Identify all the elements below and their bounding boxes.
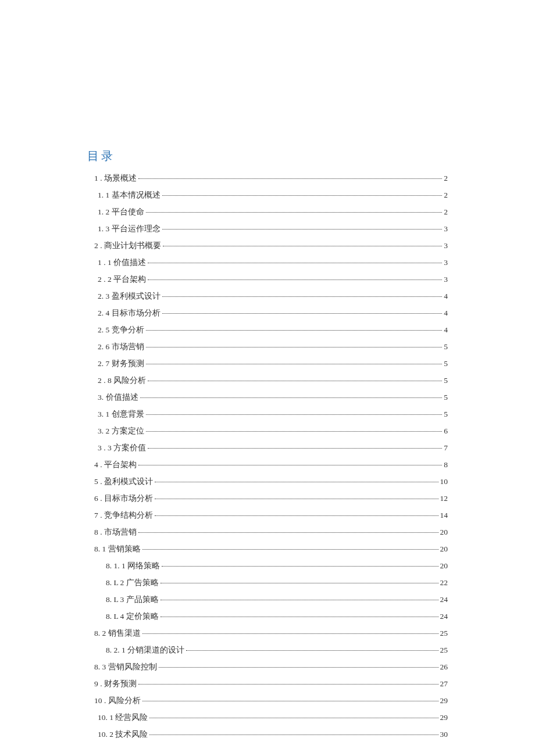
toc-entry-label: 8. 1. 1 网络策略	[106, 561, 160, 571]
toc-entry-label: 2. 3 盈利模式设计	[98, 291, 160, 302]
toc-entry: 9 . 财务预测27	[87, 679, 448, 689]
toc-leader-dots	[155, 499, 438, 499]
toc-leader-dots	[160, 617, 438, 617]
toc-entry: 1 . 1 价值描述3	[87, 257, 448, 268]
toc-leader-dots	[148, 263, 442, 263]
toc-leader-dots	[146, 364, 443, 364]
toc-entry: 8. 3 营销风险控制26	[87, 662, 448, 672]
toc-entry-label: 4 . 平台架构	[94, 460, 137, 470]
toc-entry: 2 . 2 平台架构3	[87, 274, 448, 285]
toc-entry: 10. 2 技术风险30	[87, 729, 448, 740]
toc-entry-label: 3. 价值描述	[98, 392, 138, 403]
toc-leader-dots	[146, 212, 443, 213]
toc-entry-page: 12	[440, 494, 448, 503]
toc-entry-label: 2. 6 市场营销	[98, 342, 144, 352]
toc-leader-dots	[146, 347, 443, 347]
toc-entry: 2. 6 市场营销5	[87, 342, 448, 352]
toc-entry: 8. L 4 定价策略24	[87, 611, 448, 622]
toc-entry-label: 3. 1 创意背景	[98, 409, 144, 420]
toc-entry-page: 3	[444, 275, 448, 284]
toc-entry-page: 2	[444, 207, 448, 217]
toc-leader-dots	[162, 566, 438, 567]
toc-leader-dots	[138, 532, 438, 533]
toc-entry-page: 20	[440, 544, 448, 554]
toc-entry-page: 30	[440, 730, 448, 739]
toc-leader-dots	[146, 330, 443, 331]
toc-entry-label: 6 . 目标市场分析	[94, 493, 153, 504]
toc-entry-label: 8. 1 营销策略	[94, 544, 141, 554]
toc-leader-dots	[142, 701, 438, 701]
toc-leader-dots	[148, 280, 442, 280]
toc-leader-dots	[146, 414, 443, 415]
toc-entry: 2 . 8 风险分析5	[87, 375, 448, 386]
toc-entry: 8. 2 销售渠道25	[87, 628, 448, 639]
toc-leader-dots	[148, 448, 442, 449]
toc-leader-dots	[138, 178, 442, 179]
toc-entry-label: 10 . 风险分析	[94, 696, 141, 706]
toc-entry: 2. 7 财务预测5	[87, 359, 448, 369]
toc-entry-label: 2 . 2 平台架构	[98, 274, 146, 285]
toc-entry-label: 8. 2. 1 分销渠道的设计	[106, 645, 184, 655]
toc-entry-label: 2. 7 财务预测	[98, 359, 144, 369]
toc-entry: 7 . 竞争结构分析14	[87, 510, 448, 521]
toc-entry: 3. 2 方案定位6	[87, 426, 448, 436]
toc-entry-label: 1. 1 基本情况概述	[98, 190, 160, 200]
toc-leader-dots	[162, 313, 443, 314]
toc-entry-page: 8	[444, 460, 448, 470]
toc-entry-page: 3	[444, 241, 448, 250]
toc-entry: 8. 1. 1 网络策略20	[87, 561, 448, 571]
toc-entry-label: 1 . 1 价值描述	[98, 257, 146, 268]
toc-entry-label: 8. L 3 产品策略	[106, 594, 159, 605]
toc-entry-page: 22	[440, 578, 448, 587]
toc-entry-page: 26	[440, 662, 448, 672]
toc-entry-page: 14	[440, 511, 448, 520]
toc-leader-dots	[142, 633, 438, 634]
toc-leader-dots	[155, 482, 438, 482]
toc-entry-label: 3. 2 方案定位	[98, 426, 144, 436]
toc-entry-page: 20	[440, 561, 448, 571]
toc-entry-page: 20	[440, 528, 448, 537]
toc-entry: 2. 5 竞争分析4	[87, 325, 448, 335]
toc-entry-page: 10	[440, 477, 448, 486]
toc-entry-label: 2 . 8 风险分析	[98, 375, 146, 386]
toc-entry-page: 5	[444, 342, 448, 352]
toc-entry-label: 10. 2 技术风险	[98, 729, 148, 740]
toc-leader-dots	[162, 195, 443, 196]
toc-entry-label: 8. L 2 广告策略	[106, 578, 159, 588]
toc-entry: 2 . 商业计划书概要3	[87, 241, 448, 251]
toc-entry: 1. 2 平台使命2	[87, 207, 448, 217]
toc-entry-label: 1 . 场景概述	[94, 173, 137, 184]
toc-entry: 8 . 市场营销20	[87, 527, 448, 538]
toc-entry: 6 . 目标市场分析12	[87, 493, 448, 504]
toc-entry-label: 8. 3 营销风险控制	[94, 662, 157, 672]
toc-entry: 8. L 2 广告策略22	[87, 578, 448, 588]
toc-entry-page: 5	[444, 410, 448, 419]
toc-entry-page: 24	[440, 595, 448, 604]
toc-entry-page: 3	[444, 258, 448, 267]
toc-entry-page: 5	[444, 376, 448, 385]
toc-leader-dots	[162, 296, 443, 297]
toc-entry: 4 . 平台架构8	[87, 460, 448, 470]
toc-entry-label: 1. 2 平台使命	[98, 207, 144, 217]
toc-leader-dots	[160, 600, 438, 600]
toc-leader-dots	[162, 229, 443, 230]
toc-leader-dots	[186, 650, 438, 651]
toc-entry-label: 8 . 市场营销	[94, 527, 137, 538]
toc-entry-page: 29	[440, 713, 448, 722]
toc-entry-page: 3	[444, 224, 448, 234]
toc-entry-page: 5	[444, 393, 448, 402]
toc-entry: 1. 1 基本情况概述2	[87, 190, 448, 200]
toc-entry-page: 4	[444, 325, 448, 335]
toc-entry: 2. 3 盈利模式设计4	[87, 291, 448, 302]
toc-entry-label: 10. 1 经营风险	[98, 712, 148, 723]
toc-entry-page: 5	[444, 359, 448, 368]
toc-entry-page: 4	[444, 292, 448, 301]
toc-entry-page: 25	[440, 646, 448, 655]
toc-entry-label: 5 . 盈利模式设计	[94, 476, 153, 487]
toc-entry-label: 8. 2 销售渠道	[94, 628, 141, 639]
toc-entry-page: 2	[444, 191, 448, 200]
toc-entry: 1. 3 平台运作理念3	[87, 224, 448, 234]
toc-leader-dots	[146, 431, 443, 432]
toc-entry-page: 7	[444, 443, 448, 453]
toc-entry-page: 4	[444, 309, 448, 318]
